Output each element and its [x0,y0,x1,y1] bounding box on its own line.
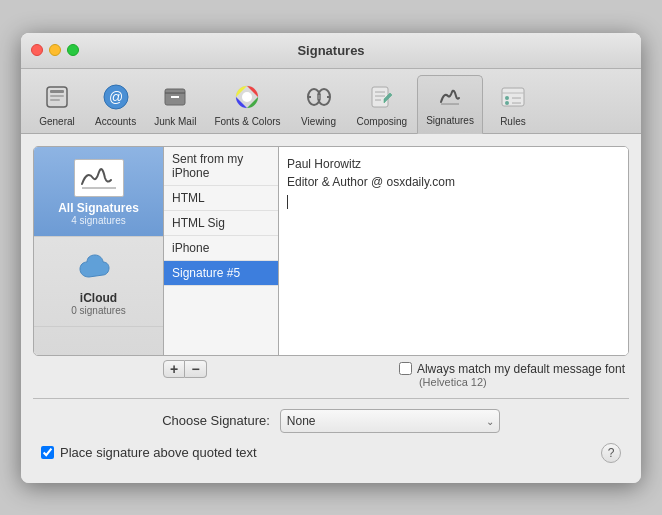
window-title: Signatures [297,43,364,58]
svg-rect-2 [50,95,64,97]
svg-point-22 [505,96,509,100]
remove-signature-button[interactable]: − [185,360,207,378]
icloud-icon [73,247,125,289]
choose-signature-wrapper: None At Random In Sequential Order Sent … [280,409,500,433]
svg-rect-1 [50,90,64,93]
preview-line2: Editor & Author @ osxdaily.com [287,173,620,191]
sig-item-signature5[interactable]: Signature #5 [164,261,278,286]
all-signatures-icon [73,157,125,199]
traffic-lights [31,44,79,56]
add-signature-button[interactable]: + [163,360,185,378]
place-signature-checkbox[interactable] [41,446,54,459]
minimize-button[interactable] [49,44,61,56]
preview-line1: Paul Horowitz [287,155,620,173]
icloud-name: iCloud [80,291,117,305]
sig-item-sent-from-iphone[interactable]: Sent from my iPhone [164,147,278,186]
toolbar-item-general[interactable]: General [29,77,85,133]
junk-mail-label: Junk Mail [154,116,196,127]
signatures-column: Sent from my iPhone HTML HTML Sig iPhone… [164,147,279,355]
viewing-label: Viewing [301,116,336,127]
viewing-icon [303,81,335,113]
account-item-icloud[interactable]: iCloud 0 signatures [34,237,163,327]
rules-icon [497,81,529,113]
svg-rect-3 [50,99,60,101]
all-signatures-name: All Signatures [58,201,139,215]
choose-signature-select[interactable]: None At Random In Sequential Order Sent … [280,409,500,433]
toolbar-item-junk-mail[interactable]: Junk Mail [146,77,204,133]
fonts-colors-label: Fonts & Colors [214,116,280,127]
choose-signature-label: Choose Signature: [162,413,270,428]
match-font-section: Always match my default message font (He… [399,360,625,388]
junk-mail-icon [159,81,191,113]
accounts-icon: @ [100,81,132,113]
col-controls-wrapper: + − Always match my default message font… [33,360,629,388]
sig-item-iphone[interactable]: iPhone [164,236,278,261]
svg-point-10 [242,92,252,102]
svg-point-24 [505,101,509,105]
toolbar-item-composing[interactable]: Composing [349,77,416,133]
toolbar-item-fonts-colors[interactable]: Fonts & Colors [206,77,288,133]
svg-rect-13 [317,95,321,99]
signatures-icon [434,80,466,112]
icloud-count: 0 signatures [71,305,125,316]
place-signature-label: Place signature above quoted text [60,445,257,460]
titlebar: Signatures [21,33,641,69]
composing-label: Composing [357,116,408,127]
account-item-all-signatures[interactable]: All Signatures 4 signatures [34,147,163,237]
main-window: Signatures General @ Acc [21,33,641,483]
svg-text:@: @ [108,89,122,105]
font-hint: (Helvetica 12) [419,376,487,388]
toolbar-item-accounts[interactable]: @ Accounts [87,77,144,133]
place-signature-row: Place signature above quoted text ? [41,443,621,463]
bottom-controls: Choose Signature: None At Random In Sequ… [33,409,629,471]
match-font-label: Always match my default message font [417,362,625,376]
accounts-label: Accounts [95,116,136,127]
preview-cursor [287,195,288,209]
signatures-label: Signatures [426,115,474,126]
sig-buttons: + − [163,360,207,378]
svg-rect-16 [372,87,388,107]
sig-item-html[interactable]: HTML [164,186,278,211]
main-content: All Signatures 4 signatures iCloud 0 sig… [21,134,641,483]
toolbar-item-viewing[interactable]: Viewing [291,77,347,133]
signature-preview: Paul Horowitz Editor & Author @ osxdaily… [279,147,628,355]
match-font-row: Always match my default message font [399,362,625,376]
composing-icon [366,81,398,113]
choose-signature-row: Choose Signature: None At Random In Sequ… [41,409,621,433]
toolbar-item-rules[interactable]: Rules [485,77,541,133]
columns-container: All Signatures 4 signatures iCloud 0 sig… [33,146,629,356]
match-font-checkbox[interactable] [399,362,412,375]
general-icon [41,81,73,113]
toolbar: General @ Accounts Junk Mail [21,69,641,134]
toolbar-item-signatures[interactable]: Signatures [417,75,483,134]
general-label: General [39,116,75,127]
help-button[interactable]: ? [601,443,621,463]
close-button[interactable] [31,44,43,56]
accounts-column: All Signatures 4 signatures iCloud 0 sig… [34,147,164,355]
maximize-button[interactable] [67,44,79,56]
rules-label: Rules [500,116,526,127]
divider [33,398,629,399]
sig-item-html-sig[interactable]: HTML Sig [164,211,278,236]
fonts-colors-icon [231,81,263,113]
all-signatures-count: 4 signatures [71,215,125,226]
